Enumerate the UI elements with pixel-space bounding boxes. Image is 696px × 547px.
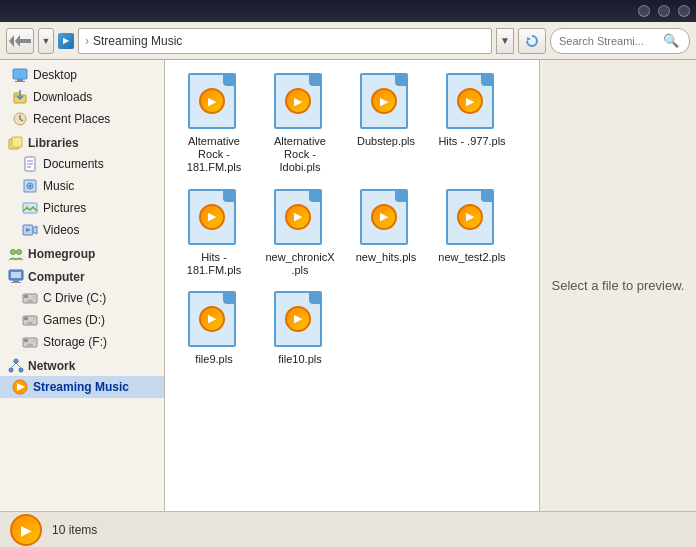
back-forward-button[interactable]	[6, 28, 34, 54]
address-path[interactable]: › Streaming Music	[78, 28, 492, 54]
preview-message: Select a file to preview.	[552, 278, 685, 293]
svg-rect-10	[12, 137, 22, 147]
search-icon[interactable]: 🔍	[663, 33, 679, 48]
file-name: new_chronicX.pls	[264, 251, 336, 277]
sidebar-item-recent-places[interactable]: Recent Places	[0, 108, 164, 130]
svg-point-41	[14, 359, 18, 363]
homegroup-icon	[8, 246, 24, 262]
sidebar-item-downloads[interactable]: Downloads	[0, 86, 164, 108]
sidebar-label-downloads: Downloads	[33, 90, 92, 104]
refresh-button[interactable]	[518, 28, 546, 54]
file-name: Hits - 181.FM.pls	[178, 251, 250, 277]
dropdown-nav-button[interactable]: ▼	[38, 28, 54, 54]
sidebar-section-homegroup[interactable]: Homegroup	[0, 241, 164, 264]
file-item-chronicx[interactable]: new_chronicX.pls	[259, 184, 341, 282]
documents-icon	[22, 156, 38, 172]
wmp-badge	[457, 88, 483, 114]
wmp-badge	[371, 88, 397, 114]
svg-point-43	[19, 368, 23, 372]
svg-marker-0	[15, 35, 31, 47]
file-item-dubstep[interactable]: Dubstep.pls	[345, 68, 427, 180]
svg-rect-28	[11, 282, 21, 283]
cdrive-icon	[22, 290, 38, 306]
sidebar-item-streaming-music[interactable]: Streaming Music	[0, 376, 164, 398]
svg-point-36	[33, 318, 35, 320]
maximize-button[interactable]	[658, 5, 670, 17]
back-forward-icon	[9, 34, 31, 48]
sidebar-label-libraries: Libraries	[28, 136, 79, 150]
svg-point-32	[33, 296, 35, 298]
svg-rect-3	[13, 69, 27, 79]
svg-point-40	[33, 340, 35, 342]
svg-point-30	[27, 300, 33, 303]
file-name: Alternative Rock - 181.FM.pls	[178, 135, 250, 175]
sidebar-section-network[interactable]: Network	[0, 353, 164, 376]
svg-rect-27	[13, 280, 19, 282]
status-bar: 10 items	[0, 511, 696, 547]
wmp-badge	[285, 306, 311, 332]
sidebar-label-streaming: Streaming Music	[33, 380, 129, 394]
title-bar	[0, 0, 696, 22]
preview-pane: Select a file to preview.	[540, 60, 696, 511]
file-item-alt-rock-181[interactable]: Alternative Rock - 181.FM.pls	[173, 68, 255, 180]
wmp-badge	[371, 204, 397, 230]
wmp-badge	[199, 204, 225, 230]
sidebar-item-gamesdrive[interactable]: Games (D:)	[0, 309, 164, 331]
network-icon	[8, 358, 24, 374]
svg-marker-1	[9, 35, 14, 47]
status-wmp-icon	[10, 514, 42, 546]
svg-point-23	[11, 250, 16, 255]
file-item-alt-rock-idobi[interactable]: Alternative Rock - Idobi.pls	[259, 68, 341, 180]
sidebar-label-storagedrive: Storage (F:)	[43, 335, 107, 349]
libraries-icon	[8, 135, 24, 151]
file-icon-file9	[188, 291, 240, 351]
wmp-badge	[457, 204, 483, 230]
sidebar-item-documents[interactable]: Documents	[0, 153, 164, 175]
computer-icon	[8, 269, 24, 285]
wmp-badge	[199, 88, 225, 114]
file-item-hits-977[interactable]: Hits - .977.pls	[431, 68, 513, 180]
sidebar-label-computer: Computer	[28, 270, 85, 284]
file-item-new-hits[interactable]: new_hits.pls	[345, 184, 427, 282]
sidebar-section-computer[interactable]: Computer	[0, 264, 164, 287]
file-icon-alt-rock-idobi	[274, 73, 326, 133]
wmp-badge	[285, 88, 311, 114]
file-item-file9[interactable]: file9.pls	[173, 286, 255, 371]
file-name: Hits - .977.pls	[438, 135, 505, 148]
sidebar-item-cdrive[interactable]: C Drive (C:)	[0, 287, 164, 309]
breadcrumb-separator: ›	[85, 34, 89, 48]
sidebar-section-libraries[interactable]: Libraries	[0, 130, 164, 153]
file-name: Alternative Rock - Idobi.pls	[264, 135, 336, 175]
file-icon-chronicx	[274, 189, 326, 249]
music-icon	[22, 178, 38, 194]
svg-rect-7	[14, 93, 20, 96]
sidebar-item-music[interactable]: Music	[0, 175, 164, 197]
svg-rect-35	[24, 317, 28, 320]
search-input[interactable]	[559, 35, 659, 47]
file-item-hits-181[interactable]: Hits - 181.FM.pls	[173, 184, 255, 282]
videos-icon	[22, 222, 38, 238]
wmp-badge	[199, 306, 225, 332]
svg-rect-31	[24, 295, 28, 298]
svg-marker-2	[527, 37, 531, 41]
sidebar-item-videos[interactable]: Videos	[0, 219, 164, 241]
gamesdrive-icon	[22, 312, 38, 328]
sidebar-item-storagedrive[interactable]: Storage (F:)	[0, 331, 164, 353]
close-button[interactable]	[678, 5, 690, 17]
minimize-button[interactable]	[638, 5, 650, 17]
svg-marker-21	[33, 226, 37, 234]
file-name: file9.pls	[195, 353, 232, 366]
svg-rect-4	[17, 79, 23, 81]
path-icon	[58, 33, 74, 49]
downloads-icon	[12, 89, 28, 105]
sidebar-label-network: Network	[28, 359, 75, 373]
path-dropdown-button[interactable]: ▼	[496, 28, 514, 54]
file-item-new-test2[interactable]: new_test2.pls	[431, 184, 513, 282]
sidebar-item-desktop[interactable]: Desktop	[0, 64, 164, 86]
sidebar-item-pictures[interactable]: Pictures	[0, 197, 164, 219]
file-icon-new-hits	[360, 189, 412, 249]
file-item-file10[interactable]: file10.pls	[259, 286, 341, 371]
file-icon-hits-181	[188, 189, 240, 249]
sidebar: Desktop Downloads Recent Places Librarie…	[0, 60, 165, 511]
svg-rect-5	[15, 81, 25, 82]
